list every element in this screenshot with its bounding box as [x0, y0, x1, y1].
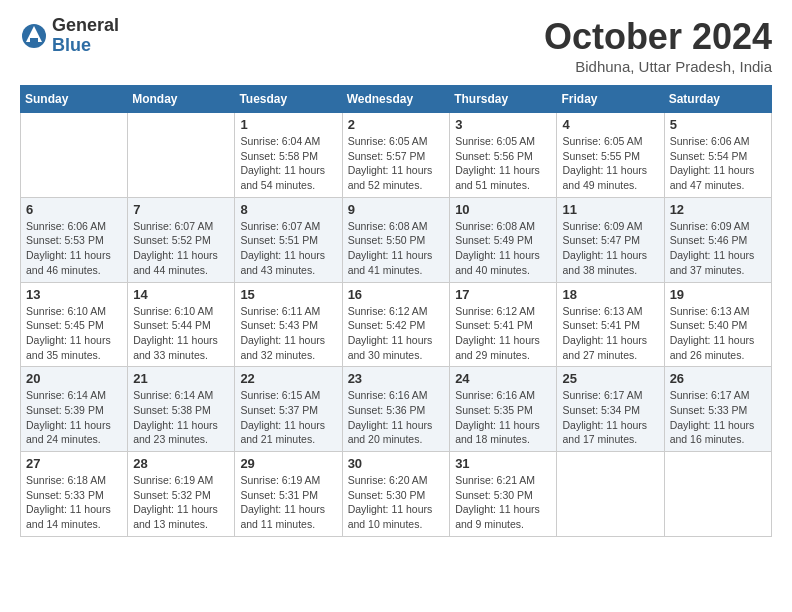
day-number: 6	[26, 202, 122, 217]
day-number: 8	[240, 202, 336, 217]
day-number: 12	[670, 202, 766, 217]
day-info: Sunrise: 6:04 AM Sunset: 5:58 PM Dayligh…	[240, 134, 336, 193]
day-info: Sunrise: 6:20 AM Sunset: 5:30 PM Dayligh…	[348, 473, 445, 532]
calendar-table: Sunday Monday Tuesday Wednesday Thursday…	[20, 85, 772, 537]
calendar-cell: 27Sunrise: 6:18 AM Sunset: 5:33 PM Dayli…	[21, 452, 128, 537]
day-number: 17	[455, 287, 551, 302]
day-number: 22	[240, 371, 336, 386]
calendar-cell: 17Sunrise: 6:12 AM Sunset: 5:41 PM Dayli…	[450, 282, 557, 367]
calendar-cell: 24Sunrise: 6:16 AM Sunset: 5:35 PM Dayli…	[450, 367, 557, 452]
location-subtitle: Bidhuna, Uttar Pradesh, India	[544, 58, 772, 75]
day-info: Sunrise: 6:16 AM Sunset: 5:36 PM Dayligh…	[348, 388, 445, 447]
day-info: Sunrise: 6:18 AM Sunset: 5:33 PM Dayligh…	[26, 473, 122, 532]
calendar-cell: 16Sunrise: 6:12 AM Sunset: 5:42 PM Dayli…	[342, 282, 450, 367]
day-info: Sunrise: 6:19 AM Sunset: 5:32 PM Dayligh…	[133, 473, 229, 532]
day-number: 4	[562, 117, 658, 132]
day-number: 28	[133, 456, 229, 471]
day-number: 30	[348, 456, 445, 471]
calendar-cell: 25Sunrise: 6:17 AM Sunset: 5:34 PM Dayli…	[557, 367, 664, 452]
day-number: 16	[348, 287, 445, 302]
day-number: 18	[562, 287, 658, 302]
day-number: 3	[455, 117, 551, 132]
col-tuesday: Tuesday	[235, 86, 342, 113]
day-info: Sunrise: 6:12 AM Sunset: 5:42 PM Dayligh…	[348, 304, 445, 363]
col-sunday: Sunday	[21, 86, 128, 113]
day-number: 15	[240, 287, 336, 302]
day-number: 14	[133, 287, 229, 302]
calendar-cell	[128, 113, 235, 198]
calendar-cell: 31Sunrise: 6:21 AM Sunset: 5:30 PM Dayli…	[450, 452, 557, 537]
day-number: 10	[455, 202, 551, 217]
calendar-cell: 7Sunrise: 6:07 AM Sunset: 5:52 PM Daylig…	[128, 197, 235, 282]
day-number: 24	[455, 371, 551, 386]
calendar-cell: 28Sunrise: 6:19 AM Sunset: 5:32 PM Dayli…	[128, 452, 235, 537]
day-info: Sunrise: 6:06 AM Sunset: 5:53 PM Dayligh…	[26, 219, 122, 278]
day-info: Sunrise: 6:07 AM Sunset: 5:51 PM Dayligh…	[240, 219, 336, 278]
header: General Blue October 2024 Bidhuna, Uttar…	[20, 16, 772, 75]
month-title: October 2024	[544, 16, 772, 58]
calendar-cell: 2Sunrise: 6:05 AM Sunset: 5:57 PM Daylig…	[342, 113, 450, 198]
day-info: Sunrise: 6:05 AM Sunset: 5:56 PM Dayligh…	[455, 134, 551, 193]
day-info: Sunrise: 6:10 AM Sunset: 5:45 PM Dayligh…	[26, 304, 122, 363]
calendar-cell: 26Sunrise: 6:17 AM Sunset: 5:33 PM Dayli…	[664, 367, 771, 452]
day-number: 11	[562, 202, 658, 217]
calendar-week-row: 1Sunrise: 6:04 AM Sunset: 5:58 PM Daylig…	[21, 113, 772, 198]
day-number: 26	[670, 371, 766, 386]
calendar-cell: 8Sunrise: 6:07 AM Sunset: 5:51 PM Daylig…	[235, 197, 342, 282]
calendar-cell: 6Sunrise: 6:06 AM Sunset: 5:53 PM Daylig…	[21, 197, 128, 282]
day-info: Sunrise: 6:09 AM Sunset: 5:46 PM Dayligh…	[670, 219, 766, 278]
calendar-cell: 9Sunrise: 6:08 AM Sunset: 5:50 PM Daylig…	[342, 197, 450, 282]
day-info: Sunrise: 6:14 AM Sunset: 5:39 PM Dayligh…	[26, 388, 122, 447]
calendar-cell: 14Sunrise: 6:10 AM Sunset: 5:44 PM Dayli…	[128, 282, 235, 367]
logo-icon	[20, 22, 48, 50]
title-area: October 2024 Bidhuna, Uttar Pradesh, Ind…	[544, 16, 772, 75]
day-number: 27	[26, 456, 122, 471]
logo-general-text: General	[52, 16, 119, 36]
calendar-cell: 4Sunrise: 6:05 AM Sunset: 5:55 PM Daylig…	[557, 113, 664, 198]
day-info: Sunrise: 6:15 AM Sunset: 5:37 PM Dayligh…	[240, 388, 336, 447]
day-info: Sunrise: 6:09 AM Sunset: 5:47 PM Dayligh…	[562, 219, 658, 278]
day-number: 21	[133, 371, 229, 386]
calendar-cell: 1Sunrise: 6:04 AM Sunset: 5:58 PM Daylig…	[235, 113, 342, 198]
day-info: Sunrise: 6:17 AM Sunset: 5:34 PM Dayligh…	[562, 388, 658, 447]
day-info: Sunrise: 6:21 AM Sunset: 5:30 PM Dayligh…	[455, 473, 551, 532]
day-number: 20	[26, 371, 122, 386]
calendar-cell	[664, 452, 771, 537]
calendar-cell: 22Sunrise: 6:15 AM Sunset: 5:37 PM Dayli…	[235, 367, 342, 452]
calendar-cell: 3Sunrise: 6:05 AM Sunset: 5:56 PM Daylig…	[450, 113, 557, 198]
calendar-cell: 15Sunrise: 6:11 AM Sunset: 5:43 PM Dayli…	[235, 282, 342, 367]
day-info: Sunrise: 6:13 AM Sunset: 5:41 PM Dayligh…	[562, 304, 658, 363]
day-number: 7	[133, 202, 229, 217]
calendar-cell: 5Sunrise: 6:06 AM Sunset: 5:54 PM Daylig…	[664, 113, 771, 198]
col-saturday: Saturday	[664, 86, 771, 113]
day-info: Sunrise: 6:12 AM Sunset: 5:41 PM Dayligh…	[455, 304, 551, 363]
calendar-cell: 19Sunrise: 6:13 AM Sunset: 5:40 PM Dayli…	[664, 282, 771, 367]
day-info: Sunrise: 6:08 AM Sunset: 5:49 PM Dayligh…	[455, 219, 551, 278]
day-info: Sunrise: 6:05 AM Sunset: 5:55 PM Dayligh…	[562, 134, 658, 193]
calendar-cell: 23Sunrise: 6:16 AM Sunset: 5:36 PM Dayli…	[342, 367, 450, 452]
day-number: 19	[670, 287, 766, 302]
day-number: 1	[240, 117, 336, 132]
day-info: Sunrise: 6:17 AM Sunset: 5:33 PM Dayligh…	[670, 388, 766, 447]
day-number: 9	[348, 202, 445, 217]
day-number: 5	[670, 117, 766, 132]
col-monday: Monday	[128, 86, 235, 113]
day-info: Sunrise: 6:06 AM Sunset: 5:54 PM Dayligh…	[670, 134, 766, 193]
day-number: 23	[348, 371, 445, 386]
day-info: Sunrise: 6:11 AM Sunset: 5:43 PM Dayligh…	[240, 304, 336, 363]
day-info: Sunrise: 6:05 AM Sunset: 5:57 PM Dayligh…	[348, 134, 445, 193]
day-info: Sunrise: 6:07 AM Sunset: 5:52 PM Dayligh…	[133, 219, 229, 278]
calendar-cell	[557, 452, 664, 537]
calendar-week-row: 27Sunrise: 6:18 AM Sunset: 5:33 PM Dayli…	[21, 452, 772, 537]
calendar-cell	[21, 113, 128, 198]
day-info: Sunrise: 6:14 AM Sunset: 5:38 PM Dayligh…	[133, 388, 229, 447]
calendar-cell: 13Sunrise: 6:10 AM Sunset: 5:45 PM Dayli…	[21, 282, 128, 367]
logo: General Blue	[20, 16, 119, 56]
calendar-week-row: 6Sunrise: 6:06 AM Sunset: 5:53 PM Daylig…	[21, 197, 772, 282]
day-number: 25	[562, 371, 658, 386]
calendar-header-row: Sunday Monday Tuesday Wednesday Thursday…	[21, 86, 772, 113]
calendar-cell: 21Sunrise: 6:14 AM Sunset: 5:38 PM Dayli…	[128, 367, 235, 452]
calendar-cell: 29Sunrise: 6:19 AM Sunset: 5:31 PM Dayli…	[235, 452, 342, 537]
calendar-cell: 20Sunrise: 6:14 AM Sunset: 5:39 PM Dayli…	[21, 367, 128, 452]
logo-blue-text: Blue	[52, 36, 119, 56]
